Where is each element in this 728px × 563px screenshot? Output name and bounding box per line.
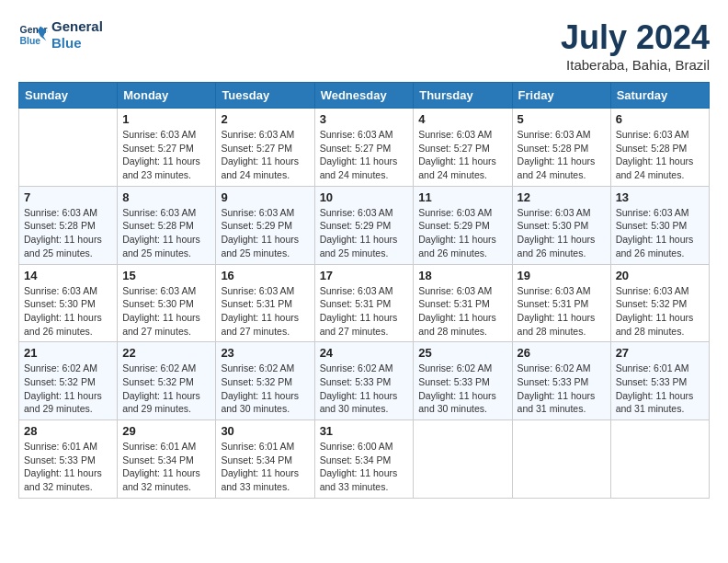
calendar-table: SundayMondayTuesdayWednesdayThursdayFrid… xyxy=(18,82,710,499)
day-number: 20 xyxy=(616,269,704,282)
day-info: Sunrise: 6:03 AMSunset: 5:28 PMDaylight:… xyxy=(24,206,112,260)
day-info: Sunrise: 6:03 AMSunset: 5:31 PMDaylight:… xyxy=(320,284,409,339)
day-number: 1 xyxy=(122,112,210,126)
day-cell: 9Sunrise: 6:03 AMSunset: 5:29 PMDaylight… xyxy=(216,186,314,264)
day-info: Sunrise: 6:03 AMSunset: 5:27 PMDaylight:… xyxy=(221,128,309,182)
day-cell: 10Sunrise: 6:03 AMSunset: 5:29 PMDayligh… xyxy=(314,186,414,264)
day-info: Sunrise: 6:03 AMSunset: 5:31 PMDaylight:… xyxy=(418,284,506,339)
day-cell: 4Sunrise: 6:03 AMSunset: 5:27 PMDaylight… xyxy=(414,109,512,187)
day-cell: 23Sunrise: 6:02 AMSunset: 5:32 PMDayligh… xyxy=(216,342,314,420)
day-cell: 3Sunrise: 6:03 AMSunset: 5:27 PMDaylight… xyxy=(314,109,414,187)
day-cell: 12Sunrise: 6:03 AMSunset: 5:30 PMDayligh… xyxy=(512,186,610,264)
day-info: Sunrise: 6:01 AMSunset: 5:33 PMDaylight:… xyxy=(24,440,112,494)
logo-text-blue: Blue xyxy=(51,35,103,52)
day-cell: 21Sunrise: 6:02 AMSunset: 5:32 PMDayligh… xyxy=(19,342,118,420)
day-number: 12 xyxy=(518,190,606,204)
day-info: Sunrise: 6:03 AMSunset: 5:27 PMDaylight:… xyxy=(418,128,506,182)
day-info: Sunrise: 6:03 AMSunset: 5:28 PMDaylight:… xyxy=(616,128,704,182)
week-row-1: 1Sunrise: 6:03 AMSunset: 5:27 PMDaylight… xyxy=(19,109,710,187)
week-row-2: 7Sunrise: 6:03 AMSunset: 5:28 PMDaylight… xyxy=(19,186,710,264)
day-number: 28 xyxy=(24,424,112,438)
logo: General Blue General Blue xyxy=(18,18,103,52)
day-cell: 11Sunrise: 6:03 AMSunset: 5:29 PMDayligh… xyxy=(414,186,512,264)
day-cell xyxy=(610,420,709,499)
day-info: Sunrise: 6:01 AMSunset: 5:34 PMDaylight:… xyxy=(221,440,309,494)
day-info: Sunrise: 6:01 AMSunset: 5:33 PMDaylight:… xyxy=(616,362,704,416)
day-number: 22 xyxy=(122,346,210,360)
day-number: 6 xyxy=(616,112,704,126)
day-cell: 17Sunrise: 6:03 AMSunset: 5:31 PMDayligh… xyxy=(314,264,414,342)
day-info: Sunrise: 6:03 AMSunset: 5:31 PMDaylight:… xyxy=(221,284,309,339)
day-number: 8 xyxy=(122,190,210,204)
day-number: 30 xyxy=(221,424,309,438)
day-cell: 5Sunrise: 6:03 AMSunset: 5:28 PMDaylight… xyxy=(512,109,610,187)
day-cell xyxy=(414,420,512,499)
day-info: Sunrise: 6:03 AMSunset: 5:28 PMDaylight:… xyxy=(518,128,606,182)
day-info: Sunrise: 6:03 AMSunset: 5:29 PMDaylight:… xyxy=(221,206,309,260)
day-number: 13 xyxy=(616,190,704,204)
day-cell: 28Sunrise: 6:01 AMSunset: 5:33 PMDayligh… xyxy=(19,420,118,499)
day-number: 4 xyxy=(418,112,506,126)
day-number: 25 xyxy=(418,346,506,360)
day-cell: 7Sunrise: 6:03 AMSunset: 5:28 PMDaylight… xyxy=(19,186,118,264)
day-info: Sunrise: 6:02 AMSunset: 5:33 PMDaylight:… xyxy=(418,362,506,416)
weekday-header-sunday: Sunday xyxy=(19,83,118,109)
day-number: 27 xyxy=(616,346,704,360)
day-info: Sunrise: 6:03 AMSunset: 5:31 PMDaylight:… xyxy=(518,284,606,339)
day-number: 11 xyxy=(418,190,506,204)
weekday-header-tuesday: Tuesday xyxy=(216,83,314,109)
weekday-header-saturday: Saturday xyxy=(610,83,709,109)
day-cell: 19Sunrise: 6:03 AMSunset: 5:31 PMDayligh… xyxy=(512,264,610,342)
day-info: Sunrise: 6:02 AMSunset: 5:32 PMDaylight:… xyxy=(24,362,112,416)
day-info: Sunrise: 6:03 AMSunset: 5:29 PMDaylight:… xyxy=(320,206,409,260)
day-info: Sunrise: 6:03 AMSunset: 5:27 PMDaylight:… xyxy=(320,128,409,182)
day-cell: 6Sunrise: 6:03 AMSunset: 5:28 PMDaylight… xyxy=(610,109,709,187)
day-info: Sunrise: 6:03 AMSunset: 5:30 PMDaylight:… xyxy=(24,284,112,339)
day-number: 19 xyxy=(518,269,606,282)
day-number: 9 xyxy=(221,190,309,204)
day-cell: 30Sunrise: 6:01 AMSunset: 5:34 PMDayligh… xyxy=(216,420,314,499)
day-number: 26 xyxy=(518,346,606,360)
day-number: 29 xyxy=(122,424,210,438)
day-cell xyxy=(19,109,118,187)
day-cell: 2Sunrise: 6:03 AMSunset: 5:27 PMDaylight… xyxy=(216,109,314,187)
page-header: General Blue General Blue July 2024 Itab… xyxy=(18,18,710,73)
day-cell: 25Sunrise: 6:02 AMSunset: 5:33 PMDayligh… xyxy=(414,342,512,420)
logo-icon: General Blue xyxy=(18,20,48,50)
day-info: Sunrise: 6:03 AMSunset: 5:28 PMDaylight:… xyxy=(122,206,210,260)
day-number: 7 xyxy=(24,190,112,204)
weekday-header-thursday: Thursday xyxy=(414,83,512,109)
day-number: 15 xyxy=(122,269,210,282)
week-row-4: 21Sunrise: 6:02 AMSunset: 5:32 PMDayligh… xyxy=(19,342,710,420)
day-cell xyxy=(512,420,610,499)
weekday-header-wednesday: Wednesday xyxy=(314,83,414,109)
day-number: 14 xyxy=(24,269,112,282)
day-info: Sunrise: 6:03 AMSunset: 5:30 PMDaylight:… xyxy=(122,284,210,339)
weekday-header-row: SundayMondayTuesdayWednesdayThursdayFrid… xyxy=(19,83,710,109)
day-info: Sunrise: 6:02 AMSunset: 5:33 PMDaylight:… xyxy=(320,362,409,416)
day-info: Sunrise: 6:03 AMSunset: 5:27 PMDaylight:… xyxy=(122,128,210,182)
day-cell: 20Sunrise: 6:03 AMSunset: 5:32 PMDayligh… xyxy=(610,264,709,342)
day-number: 23 xyxy=(221,346,309,360)
month-year-title: July 2024 xyxy=(561,18,710,57)
day-number: 24 xyxy=(320,346,409,360)
title-block: July 2024 Itaberaba, Bahia, Brazil xyxy=(561,18,710,73)
day-number: 17 xyxy=(320,269,409,282)
day-number: 3 xyxy=(320,112,409,126)
day-cell: 24Sunrise: 6:02 AMSunset: 5:33 PMDayligh… xyxy=(314,342,414,420)
day-info: Sunrise: 6:03 AMSunset: 5:32 PMDaylight:… xyxy=(616,284,704,339)
day-cell: 18Sunrise: 6:03 AMSunset: 5:31 PMDayligh… xyxy=(414,264,512,342)
week-row-3: 14Sunrise: 6:03 AMSunset: 5:30 PMDayligh… xyxy=(19,264,710,342)
day-cell: 22Sunrise: 6:02 AMSunset: 5:32 PMDayligh… xyxy=(118,342,216,420)
day-info: Sunrise: 6:03 AMSunset: 5:30 PMDaylight:… xyxy=(616,206,704,260)
day-number: 2 xyxy=(221,112,309,126)
weekday-header-friday: Friday xyxy=(512,83,610,109)
day-info: Sunrise: 6:02 AMSunset: 5:32 PMDaylight:… xyxy=(221,362,309,416)
day-info: Sunrise: 6:03 AMSunset: 5:29 PMDaylight:… xyxy=(418,206,506,260)
week-row-5: 28Sunrise: 6:01 AMSunset: 5:33 PMDayligh… xyxy=(19,420,710,499)
day-cell: 26Sunrise: 6:02 AMSunset: 5:33 PMDayligh… xyxy=(512,342,610,420)
day-info: Sunrise: 6:02 AMSunset: 5:32 PMDaylight:… xyxy=(122,362,210,416)
day-number: 10 xyxy=(320,190,409,204)
svg-text:Blue: Blue xyxy=(20,36,41,46)
day-info: Sunrise: 6:00 AMSunset: 5:34 PMDaylight:… xyxy=(320,440,409,494)
